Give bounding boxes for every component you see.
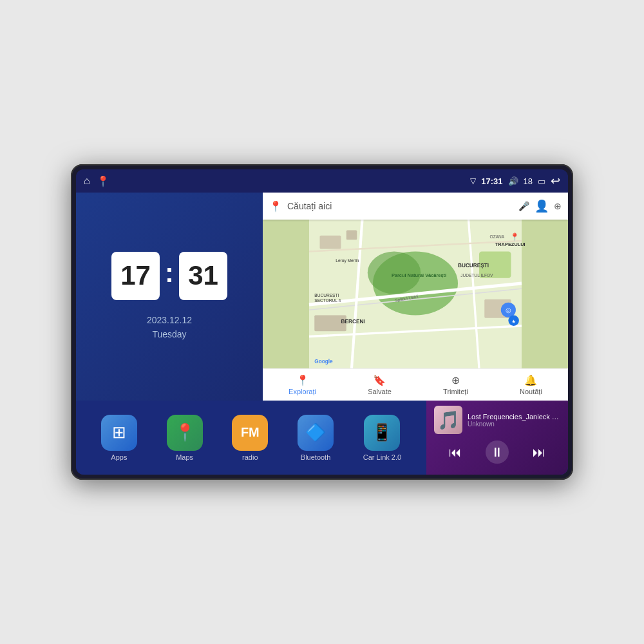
app-carlink[interactable]: 📱 Car Link 2.0 (363, 415, 401, 461)
map-content: Parcul Natural Văcărești BUCUREȘTI JUDEȚ… (263, 220, 568, 368)
svg-text:★: ★ (511, 319, 516, 325)
music-artist: Unknown (468, 421, 560, 428)
app-apps[interactable]: ⊞ Apps (101, 415, 137, 461)
svg-text:Parcul Natural Văcărești: Parcul Natural Văcărești (392, 272, 446, 278)
carlink-icon: 📱 (364, 415, 400, 451)
send-label: Trimiteți (443, 388, 468, 395)
music-controls: ⏮ ⏸ ⏭ (434, 440, 560, 464)
app-maps[interactable]: 📍 Maps (167, 415, 203, 461)
apps-area: ⊞ Apps 📍 Maps FM (76, 401, 426, 475)
svg-text:Leroy Merlin: Leroy Merlin (336, 258, 359, 263)
clock-hour: 17 (111, 252, 160, 300)
svg-rect-10 (320, 236, 341, 249)
clock-date: 2023.12.12 Tuesday (147, 313, 192, 342)
saved-icon: 🔖 (373, 374, 386, 386)
app-radio[interactable]: FM radio (232, 415, 268, 461)
map-panel[interactable]: 📍 Căutați aici 🎤 👤 ⊕ (263, 193, 568, 401)
clock-panel: 17 : 31 2023.12.12 Tuesday (76, 193, 263, 401)
app-bluetooth[interactable]: 🔷 Bluetooth (298, 415, 334, 461)
main-content: 17 : 31 2023.12.12 Tuesday 📍 Căutați aic… (76, 193, 568, 475)
maps-icon: 📍 (167, 415, 203, 451)
status-bar: ⌂ 📍 ▽ 17:31 🔊 18 ▭ ↩ (76, 169, 568, 193)
svg-text:Google: Google (314, 359, 333, 365)
home-icon[interactable]: ⌂ (84, 175, 90, 187)
clock-colon: : (165, 258, 174, 289)
map-pin-icon: 📍 (269, 200, 282, 213)
svg-text:SECTORUL 4: SECTORUL 4 (314, 298, 341, 303)
battery-icon: ▭ (538, 176, 545, 186)
status-right: ▽ 17:31 🔊 18 ▭ ↩ (470, 174, 560, 188)
explore-label: Explorați (289, 388, 316, 395)
svg-text:OZANA: OZANA (490, 234, 505, 239)
clock-day: Tuesday (147, 327, 192, 341)
radio-icon: FM (232, 415, 268, 451)
next-button[interactable]: ⏭ (527, 440, 551, 464)
svg-text:JUDEȚUL ILFOV: JUDEȚUL ILFOV (460, 273, 493, 278)
car-screen-device: ⌂ 📍 ▽ 17:31 🔊 18 ▭ ↩ 17 : (71, 164, 573, 480)
map-footer-news[interactable]: 🔔 Noutăți (520, 374, 542, 395)
svg-text:BERCENI: BERCENI (341, 319, 365, 325)
back-icon[interactable]: ↩ (551, 174, 560, 188)
music-info: 🎵 Lost Frequencies_Janieck Devy-... Unkn… (434, 406, 560, 434)
apps-icon: ⊞ (101, 415, 137, 451)
map-header-icons: 🎤 👤 ⊕ (518, 199, 562, 213)
svg-text:TRAPEZULUI: TRAPEZULUI (495, 242, 526, 247)
map-footer: 📍 Explorați 🔖 Salvate ⊕ Trimiteți 🔔 (263, 368, 568, 401)
clock-minute: 31 (179, 252, 227, 300)
svg-rect-11 (346, 231, 357, 240)
map-footer-send[interactable]: ⊕ Trimiteți (443, 374, 468, 395)
send-icon: ⊕ (451, 374, 460, 386)
explore-icon: 📍 (296, 374, 309, 386)
top-section: 17 : 31 2023.12.12 Tuesday 📍 Căutați aic… (76, 193, 568, 401)
signal-icon: ▽ (470, 176, 476, 185)
music-title: Lost Frequencies_Janieck Devy-... (468, 413, 560, 421)
carlink-label: Car Link 2.0 (363, 453, 401, 461)
news-label: Noutăți (520, 388, 542, 395)
volume-icon: 🔊 (508, 176, 518, 186)
map-search-input[interactable]: Căutați aici (287, 201, 513, 211)
status-left: ⌂ 📍 (84, 175, 109, 187)
map-header: 📍 Căutați aici 🎤 👤 ⊕ (263, 193, 568, 220)
map-footer-explore[interactable]: 📍 Explorați (289, 374, 316, 395)
map-footer-saved[interactable]: 🔖 Salvate (368, 374, 392, 395)
svg-text:◎: ◎ (506, 307, 511, 314)
mic-icon[interactable]: 🎤 (518, 201, 529, 211)
saved-label: Salvate (368, 388, 392, 395)
bottom-section: ⊞ Apps 📍 Maps FM (76, 401, 568, 475)
music-player: 🎵 Lost Frequencies_Janieck Devy-... Unkn… (426, 401, 568, 475)
svg-text:BUCUREȘTI: BUCUREȘTI (314, 293, 339, 298)
account-icon[interactable]: 👤 (535, 199, 549, 213)
clock-date-value: 2023.12.12 (147, 313, 192, 327)
radio-label: radio (242, 453, 258, 461)
prev-button[interactable]: ⏮ (444, 440, 467, 464)
svg-text:BUCUREȘTI: BUCUREȘTI (458, 263, 489, 269)
news-icon: 🔔 (524, 374, 537, 386)
bluetooth-icon: 🔷 (298, 415, 334, 451)
layers-icon[interactable]: ⊕ (554, 201, 562, 211)
music-thumbnail: 🎵 (434, 406, 462, 434)
apps-label: Apps (111, 453, 127, 461)
bluetooth-label: Bluetooth (301, 453, 330, 461)
time-display: 17:31 (481, 176, 502, 186)
screen: ⌂ 📍 ▽ 17:31 🔊 18 ▭ ↩ 17 : (76, 169, 568, 475)
svg-text:📍: 📍 (510, 232, 520, 242)
play-pause-button[interactable]: ⏸ (486, 440, 509, 464)
maps-label: Maps (176, 453, 193, 461)
battery-level: 18 (524, 176, 533, 186)
maps-status-icon[interactable]: 📍 (97, 175, 109, 187)
music-meta: Lost Frequencies_Janieck Devy-... Unknow… (468, 413, 560, 428)
clock-display: 17 : 31 (111, 252, 227, 300)
